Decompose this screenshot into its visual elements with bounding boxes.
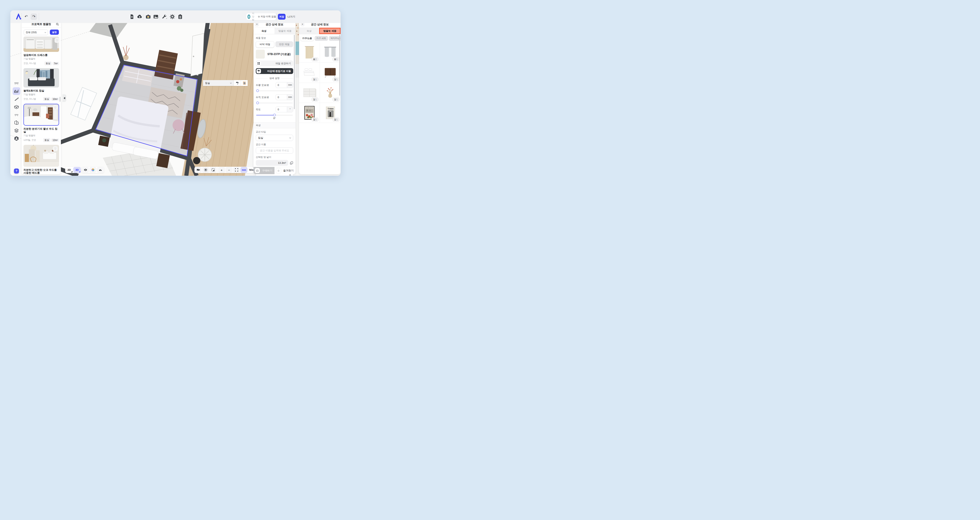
avatar[interactable]: A — [247, 14, 250, 19]
rail-profile-icon[interactable] — [13, 135, 20, 142]
product-beige-curtain[interactable]: 0/2 — [299, 43, 320, 63]
save-button[interactable]: 저장 — [278, 14, 286, 20]
zoom-out-button[interactable]: − — [226, 167, 232, 173]
chevron-left-icon — [64, 97, 65, 99]
performance-gauge-icon[interactable] — [97, 167, 104, 173]
material-swatch[interactable] — [256, 49, 265, 59]
template-card[interactable]: ♡ 블랙&화이트 침실 기업 템플릿 모던, 미니멀 침실 10m² — [24, 68, 59, 101]
redo-button[interactable]: ↷ — [31, 14, 37, 20]
settings-gear-icon[interactable] — [170, 14, 175, 19]
view-3d-button[interactable]: 3D — [73, 167, 81, 173]
hatch-material-button[interactable] — [241, 80, 248, 86]
zoom-in-button[interactable]: + — [218, 167, 225, 173]
walkthrough-video-icon[interactable] — [195, 167, 202, 173]
unit-mm-button[interactable]: mm — [240, 167, 247, 173]
buy-button[interactable]: 구매하기 — [253, 167, 275, 174]
rail-furnish-icon[interactable] — [13, 87, 20, 95]
view-2d-button[interactable]: 2D — [65, 167, 73, 173]
ceiling-material-tab[interactable]: 천장 재질 — [275, 41, 293, 47]
tab-template-products[interactable]: 템플릿 제품 — [275, 28, 296, 34]
template-card-selected[interactable]: ♡ 차분한 분위기의 월넛 우드 침실 기업 템플릿 내추럴, 모던 침실 12… — [24, 104, 59, 142]
tab-attributes[interactable]: 속성 — [253, 28, 275, 34]
template-thumbnail[interactable] — [24, 68, 59, 87]
divider — [277, 13, 277, 20]
room-type-dropdown[interactable]: 침실 — [203, 81, 230, 85]
panel-scrollbar[interactable] — [339, 35, 340, 95]
subtab-furniture-sets[interactable]: 가구 세트 — [315, 36, 328, 41]
h-offset-label: 수평 오프셋 — [256, 83, 275, 87]
rail-stairs-icon[interactable] — [13, 95, 20, 103]
app-logo-icon[interactable] — [15, 14, 22, 20]
copy-icon[interactable] — [290, 161, 293, 165]
product-walnut-dresser[interactable]: 1/1 — [320, 63, 340, 83]
panel-scrollbar[interactable] — [294, 35, 295, 109]
template-settings-button[interactable]: 설정 — [50, 30, 59, 35]
v-offset-input[interactable]: 0 mm — [275, 94, 293, 100]
fullscreen-button[interactable] — [233, 167, 240, 173]
template-filter-select[interactable]: 전체 (153) — [24, 30, 48, 35]
room-type-badge: 침실 — [45, 61, 52, 65]
svg-text:NARRATIVE: NARRATIVE — [305, 107, 313, 108]
h-offset-input[interactable]: 0 mm — [275, 82, 293, 88]
undo-button[interactable]: ↶ — [23, 14, 29, 20]
subtab-wallpaper-finishes[interactable]: 벽지/마감재 — [329, 36, 340, 41]
cloud-download-icon[interactable] — [137, 14, 142, 19]
h-offset-slider[interactable] — [256, 89, 293, 92]
template-card[interactable]: 깔끔화이트 드레스룸 기업 템플릿 모던, 미니멀 침실 7m² — [24, 37, 59, 65]
template-list[interactable]: 깔끔화이트 드레스룸 기업 템플릿 모던, 미니멀 침실 7m² ♡ 블랙&화이… — [22, 37, 61, 174]
rail-layers-icon[interactable] — [13, 127, 20, 134]
favorite-heart-icon[interactable]: ♡ — [53, 105, 58, 110]
paint-roller-button[interactable] — [234, 80, 241, 86]
v-offset-slider[interactable] — [256, 102, 293, 104]
tools-wrench-icon[interactable] — [162, 14, 167, 19]
favorite-button[interactable]: ☆ 즐겨찾기 — [275, 167, 296, 174]
grid-icon — [256, 61, 261, 66]
sun-brightness-icon[interactable] — [202, 167, 209, 173]
product-gray-curtains[interactable]: 0/1 — [320, 43, 340, 63]
tab-attributes[interactable]: 속성 — [299, 28, 319, 34]
camera-render-icon[interactable] — [145, 14, 151, 19]
change-material-button[interactable]: 재질 변경하기 — [256, 60, 293, 66]
subtab-furniture[interactable]: 가구/소품 — [301, 36, 314, 41]
rail-table-ghost-icon[interactable] — [13, 111, 20, 119]
product-white-chest[interactable]: 1/1 — [299, 83, 320, 103]
angle-input[interactable]: 0 ° — [275, 107, 293, 112]
product-dried-flower-vase[interactable]: 1/1 — [320, 83, 340, 103]
template-thumbnail[interactable] — [24, 37, 59, 52]
exit-button[interactable]: 나가기 — [287, 14, 295, 20]
region-capture-icon[interactable] — [210, 167, 216, 173]
rail-furniture-ghost-icon[interactable] — [13, 80, 20, 87]
template-list-scrollbar[interactable] — [60, 97, 60, 102]
template-card[interactable]: ♡ 차분하고 따뜻한 오크 우드를 사용한 베드룸 기업 템플릿 미니멀, 내추… — [24, 145, 59, 174]
room-label-toolbar: 침실 — [203, 80, 248, 86]
clipboard-list-icon[interactable] — [178, 14, 183, 19]
help-button[interactable]: ? — [14, 169, 19, 173]
floor-material-tab[interactable]: 바닥 재질 — [256, 41, 274, 48]
tab-template-products-highlighted[interactable]: 템플릿 제품 — [319, 28, 340, 34]
angle-slider[interactable] — [256, 114, 293, 116]
top-toolbar: ↶ ↷ A 저장됨 저장 이력 없음 — [10, 10, 340, 23]
3d-cube-icon[interactable] — [89, 167, 96, 173]
material-name: STB-237P (가로결) — [265, 52, 293, 56]
area-badge: 10m² — [51, 97, 59, 101]
rail-room-icon[interactable] — [13, 119, 20, 127]
favorite-heart-icon[interactable]: ♡ — [53, 146, 58, 151]
rail-toolbox-icon[interactable] — [13, 103, 20, 111]
space-type-select[interactable]: 침실 — [256, 135, 293, 141]
room-area-label: 선택된 방 넓이 — [256, 156, 293, 159]
moodboard-decoration — [296, 21, 299, 78]
product-white-bed[interactable]: 1/1 — [299, 63, 320, 83]
paint-roller-icon — [256, 69, 261, 73]
new-file-icon[interactable] — [129, 14, 135, 19]
space-name-input[interactable]: 공간 이름을 입력해 주세요 — [256, 147, 293, 154]
visibility-eye-icon[interactable] — [82, 167, 89, 173]
go-finish-editor-button[interactable]: 마감재 편집기로 이동 — [256, 68, 293, 74]
panel-collapse-handle[interactable] — [62, 94, 66, 102]
section-product-info: 제품 정보 — [256, 37, 293, 40]
save-status: A 저장됨 저장 이력 없음 — [246, 13, 276, 20]
image-icon[interactable] — [153, 14, 159, 19]
product-narrative-poster[interactable]: NARRATIVE 1/1 — [299, 103, 320, 123]
search-icon[interactable] — [56, 23, 59, 26]
product-union-book[interactable]: Union 1/1 — [320, 103, 340, 123]
favorite-heart-icon[interactable]: ♡ — [54, 38, 60, 43]
